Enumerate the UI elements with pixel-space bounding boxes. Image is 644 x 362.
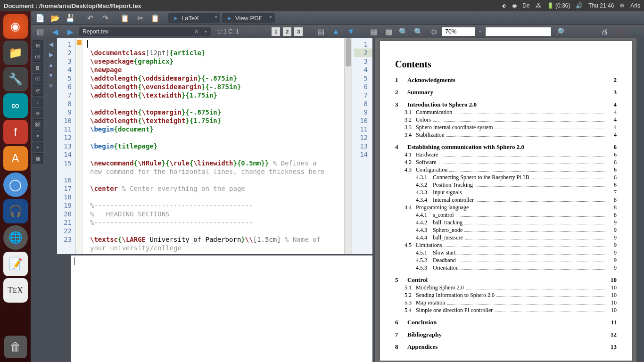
toc-entry[interactable]: 4.3Configuration6: [395, 166, 617, 173]
toc-entry[interactable]: 4.4.4ball_measure9: [395, 234, 617, 241]
toc-entry[interactable]: 6Conclusion11: [395, 319, 617, 326]
chromium-launcher[interactable]: ◯: [3, 173, 28, 197]
zoom-level[interactable]: 70%: [442, 27, 475, 36]
nav-prev-icon[interactable]: ◀: [47, 40, 55, 49]
pdf-scrollbar[interactable]: [636, 38, 644, 362]
toc-entry[interactable]: 4.3.1Connecting Sphero to the Raspberry …: [395, 174, 617, 181]
panel-math-icon[interactable]: $$: [33, 119, 43, 130]
toc-entry[interactable]: 1Acknowledgments2: [395, 76, 617, 84]
toc-entry[interactable]: 4.5.2Deadband9: [395, 257, 617, 264]
software-launcher[interactable]: A: [3, 146, 28, 171]
close-tab-icon[interactable]: ✕: [194, 28, 199, 35]
toc-entry[interactable]: 4.3.4Internal controller8: [395, 197, 617, 204]
toc-entry[interactable]: 3.2Colors4: [395, 116, 617, 123]
toc-entry[interactable]: 4.2Software6: [395, 159, 617, 166]
toc-entry[interactable]: 8Appendices13: [395, 343, 617, 351]
column-mode-1[interactable]: 1: [272, 27, 280, 36]
toc-entry[interactable]: 3Introduction to Sphero 2.04: [395, 101, 617, 108]
pdf-external-button[interactable]: ⬚: [613, 25, 626, 38]
toc-entry[interactable]: 4.4.1s_control8: [395, 212, 617, 219]
panel-ref-icon[interactable]: ref: [33, 51, 43, 62]
toc-entry[interactable]: 4.3.3Input signals7: [395, 189, 617, 196]
paste-button[interactable]: 📋: [149, 11, 162, 25]
zoom-out-button[interactable]: 🔍: [397, 25, 410, 38]
toc-entry[interactable]: 4.5.3Orientation9: [395, 264, 617, 272]
files-launcher[interactable]: 📁: [3, 41, 28, 65]
zoom-reset-button[interactable]: ⊙: [427, 25, 440, 38]
keyboard-layout[interactable]: De: [522, 2, 529, 9]
user-menu[interactable]: Aris: [630, 2, 640, 9]
zoom-in-button[interactable]: 🔍: [412, 25, 425, 38]
pdf-search-input[interactable]: [485, 27, 551, 36]
new-file-button[interactable]: 📄: [33, 11, 47, 25]
lower-editor[interactable]: [71, 255, 372, 362]
bluetooth-icon[interactable]: ⁂: [536, 2, 541, 9]
panel-bookmark-icon[interactable]: ⊞: [33, 40, 43, 50]
nav-down-icon[interactable]: ▼: [47, 71, 55, 80]
toc-entry[interactable]: 5.3Map rotation10: [395, 299, 617, 306]
column-mode-2[interactable]: 2: [283, 27, 291, 36]
app-launcher-red[interactable]: f: [3, 120, 28, 144]
globe-launcher[interactable]: 🌐: [3, 225, 28, 250]
panel-bold-icon[interactable]: B: [33, 63, 43, 73]
toc-entry[interactable]: 3.1Communication4: [395, 109, 617, 116]
dash-button[interactable]: ◉: [3, 14, 28, 39]
pdf-fitpage-button[interactable]: ▦: [367, 25, 380, 38]
pdf-find-button[interactable]: 🔎: [553, 25, 566, 38]
prev-button[interactable]: ◀: [49, 25, 62, 38]
bookmark-marker[interactable]: [77, 40, 82, 45]
cut-button[interactable]: ✂: [133, 11, 147, 25]
file-tab[interactable]: Report.tex ✕: [79, 27, 211, 36]
pdf-down-button[interactable]: ▼: [344, 25, 357, 38]
texstudio-launcher[interactable]: TEX: [3, 278, 28, 303]
next-button[interactable]: ▶: [64, 25, 77, 38]
toc-entry[interactable]: 4.4.3Sphero_node9: [395, 227, 617, 234]
gedit-launcher[interactable]: 📝: [3, 252, 28, 276]
panel-arrow-icon[interactable]: ↓: [33, 97, 43, 107]
pdf-close-button[interactable]: ⬚: [628, 25, 641, 38]
toc-entry[interactable]: 4.5.1Slow start9: [395, 249, 617, 256]
toc-entry[interactable]: 4.1Hardware6: [395, 151, 617, 158]
column-mode-3[interactable]: 3: [294, 27, 303, 36]
clock[interactable]: Thu 21:46: [588, 2, 614, 9]
panel-env-icon[interactable]: ∈: [33, 85, 43, 96]
code-editor[interactable]: \documentclass[12pt]{article}\usepackage…: [87, 38, 344, 254]
toc-entry[interactable]: 4.5Limitations9: [395, 242, 617, 249]
settings-launcher[interactable]: 🔧: [3, 67, 28, 91]
save-button[interactable]: 💾: [64, 11, 77, 25]
panel-grid-icon[interactable]: ▦: [33, 153, 43, 164]
toc-entry[interactable]: 5.4Simple one direction PI controller10: [395, 307, 617, 314]
pdf-toc-button[interactable]: ▤: [314, 25, 327, 38]
toggle-panel-button[interactable]: ▥: [33, 25, 47, 38]
pdf-page[interactable]: Contents 1Acknowledgments22Summary33Intr…: [380, 41, 632, 361]
view-dropdown[interactable]: View PDF: [222, 13, 275, 23]
pdf-fitwidth-button[interactable]: ▩: [382, 25, 395, 38]
arduino-launcher[interactable]: ∞: [3, 93, 28, 118]
toc-entry[interactable]: 2Summary3: [395, 89, 617, 96]
toc-entry[interactable]: 5.2Sending Information to Sphero 2.010: [395, 292, 617, 299]
open-file-button[interactable]: 📂: [49, 11, 62, 25]
toc-entry[interactable]: 4.3.2Position Tracking6: [395, 181, 617, 189]
toc-entry[interactable]: 3.3Sphero internal coordinate system4: [395, 124, 617, 131]
toc-entry[interactable]: 3.4Stabilization4: [395, 132, 617, 139]
panel-info-icon[interactable]: ⓘ: [33, 74, 43, 84]
toc-entry[interactable]: 5Control10: [395, 276, 617, 284]
compile-dropdown[interactable]: LaTeX: [168, 13, 220, 23]
nav-close-icon[interactable]: ✕: [47, 82, 55, 90]
redo-button[interactable]: ↷: [99, 11, 112, 25]
editor-scrollbar[interactable]: [344, 38, 352, 254]
panel-symbol-icon[interactable]: ⊖: [33, 108, 43, 118]
scrollbar-thumb[interactable]: [346, 38, 351, 66]
trash-launcher[interactable]: 🗑: [4, 336, 27, 358]
print-button[interactable]: 🖨: [598, 25, 611, 38]
toc-entry[interactable]: 5.1Modeling Sphero 2.010: [395, 284, 617, 291]
dropbox-icon[interactable]: ⬖: [502, 2, 506, 9]
toc-entry[interactable]: 4Establishing communication with Sphero …: [395, 143, 617, 151]
nav-next-icon[interactable]: ▶: [47, 50, 55, 59]
audacity-launcher[interactable]: 🎧: [3, 199, 28, 223]
toc-entry[interactable]: 4.4.2ball_tracking9: [395, 219, 617, 226]
battery-indicator[interactable]: 🔋 (0:36): [547, 2, 570, 9]
toc-entry[interactable]: 7Bibliography12: [395, 331, 617, 338]
panel-divide-icon[interactable]: ÷: [33, 142, 43, 152]
nav-up-icon[interactable]: ▲: [47, 61, 55, 69]
